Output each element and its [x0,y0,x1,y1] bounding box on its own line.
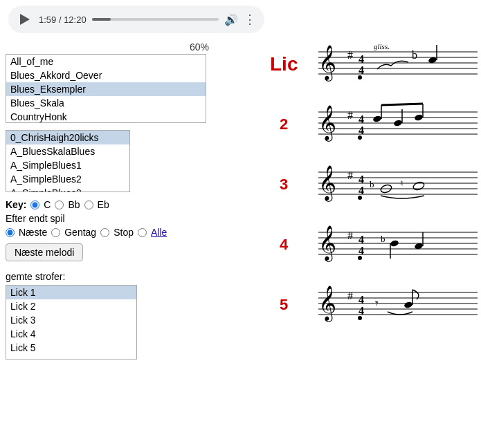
list-item[interactable]: Lick 5 [6,341,136,355]
sub-category-list[interactable]: 0_ChrisHaigh20licks A_BluesSkalaBlues A_… [6,130,130,192]
lick-title-row: Lick 𝄞 # 4 4 gliss. [270,38,481,90]
list-item[interactable]: Blues_Akkord_Oever [6,68,206,82]
volume-icon[interactable]: 🔊 [224,13,238,26]
list-item[interactable]: A_SimpleBlues1 [6,158,129,172]
svg-text:#: # [347,109,353,121]
key-c-radio[interactable] [30,200,39,209]
more-options-icon[interactable]: ⋮ [244,12,256,27]
list-item[interactable]: Lick 1 [6,286,136,299]
svg-line-29 [381,104,423,105]
svg-point-70 [403,301,413,309]
svg-text:4: 4 [359,234,364,245]
svg-text:gliss.: gliss. [374,42,390,50]
svg-point-55 [390,239,399,248]
lick-2-row: 2 𝄞 # 4 4 [270,98,481,150]
list-item[interactable]: All_of_me [6,55,206,68]
list-item[interactable]: A_BluesSkalaBlues [6,144,129,158]
svg-text:𝄞: 𝄞 [318,286,336,322]
svg-text:𝄞: 𝄞 [318,225,336,262]
svg-point-30 [358,136,362,140]
key-bb-label: Bb [68,199,80,210]
after-stop-radio[interactable] [100,228,109,237]
list-item[interactable]: Lick 3 [6,313,136,327]
list-item[interactable]: A_SimpleBlues3 [6,186,129,192]
lick-1-notation: 𝄞 # 4 4 gliss. b [298,38,481,90]
lick-4-row: 4 𝄞 # 4 4 b [270,218,481,270]
lick-2-notation: 𝄞 # 4 4 [298,98,481,150]
svg-text:4: 4 [359,294,364,306]
svg-point-44 [358,196,362,200]
svg-text:4: 4 [359,174,364,185]
key-label: Key: [6,199,26,210]
after-stop-label: Stop [114,227,134,238]
svg-point-43 [412,181,425,192]
main-category-list[interactable]: All_of_me Blues_Akkord_Oever Blues_Eksem… [6,54,206,123]
svg-text:4: 4 [359,113,364,125]
svg-text:4: 4 [359,305,364,317]
play-button[interactable] [17,11,33,28]
percent-label: 60% [0,41,215,53]
svg-text:#: # [347,290,353,301]
list-item[interactable]: Lick 4 [6,327,136,341]
svg-text:𝄞: 𝄞 [318,45,336,82]
after-alle-radio[interactable] [138,228,147,237]
svg-text:#: # [347,230,353,241]
lick-2-number: 2 [270,115,298,133]
after-alle-link[interactable]: Alle [151,227,167,238]
svg-point-13 [358,75,362,80]
gemte-section: gemte strofer: Lick 1 Lick 2 Lick 3 Lick… [6,271,215,360]
lick-3-number: 3 [270,176,298,194]
key-eb-radio[interactable] [84,200,93,209]
svg-text:4: 4 [359,124,364,136]
svg-text:♮: ♮ [400,178,403,188]
play-icon [20,14,30,25]
time-display: 1:59 / 12:20 [39,15,87,25]
controls-section: Key: C Bb Eb Efter endt spil Næste Genta… [6,199,215,261]
lick-5-number: 5 [270,296,298,314]
svg-text:#: # [347,49,353,61]
after-naeste-radio[interactable] [6,228,15,237]
svg-point-25 [393,119,403,127]
svg-point-59 [358,256,362,260]
svg-point-23 [372,115,382,123]
list-item[interactable]: Blues_Skala [6,96,206,110]
list-item[interactable]: Blues_Eksempler [6,82,206,96]
list-item[interactable]: A_SimpleBlues2 [6,172,129,186]
svg-text:#: # [347,169,353,181]
progress-fill [92,18,111,21]
gemte-list[interactable]: Lick 1 Lick 2 Lick 3 Lick 4 Lick 5 [6,285,137,360]
lick-title: Lick [270,53,298,75]
key-bb-radio[interactable] [55,200,64,209]
svg-text:𝄞: 𝄞 [318,105,336,142]
key-c-label: C [44,199,51,210]
after-naeste-label: Næste [19,227,47,238]
list-item[interactable]: Lick 2 [6,299,136,313]
svg-text:b: b [381,234,385,244]
lick-3-notation: 𝄞 # 4 4 b ♮ [298,158,481,210]
left-panel: 60% All_of_me Blues_Akkord_Oever Blues_E… [0,41,215,360]
lick-3-row: 3 𝄞 # 4 4 b ♮ [270,158,481,210]
progress-bar[interactable] [92,18,219,21]
lick-5-row: 5 𝄞 # 4 4 𝄾 [270,279,481,330]
after-play-row: Næste Gentag Stop Alle [6,227,215,238]
gemte-label: gemte strofer: [6,271,215,282]
svg-text:𝄞: 𝄞 [318,165,336,202]
after-play-label: Efter endt spil [6,213,215,224]
svg-text:4: 4 [359,245,364,256]
list-item[interactable]: CountryHonk [6,110,206,123]
lick-5-notation: 𝄞 # 4 4 𝄾 [298,279,481,330]
svg-text:b: b [412,49,417,61]
svg-text:4: 4 [359,53,364,65]
right-panel: Lick 𝄞 # 4 4 gliss. [270,38,481,339]
lick-4-notation: 𝄞 # 4 4 b [298,218,481,270]
key-row: Key: C Bb Eb [6,199,215,210]
svg-text:4: 4 [359,64,364,76]
after-gentag-label: Gentag [64,227,96,238]
key-eb-label: Eb [98,199,109,210]
lick-4-number: 4 [270,236,298,254]
svg-text:4: 4 [359,185,364,196]
naeste-melodi-button[interactable]: Næste melodi [6,243,83,261]
list-item[interactable]: 0_ChrisHaigh20licks [6,131,129,144]
svg-text:b: b [370,179,374,189]
after-gentag-radio[interactable] [51,228,60,237]
